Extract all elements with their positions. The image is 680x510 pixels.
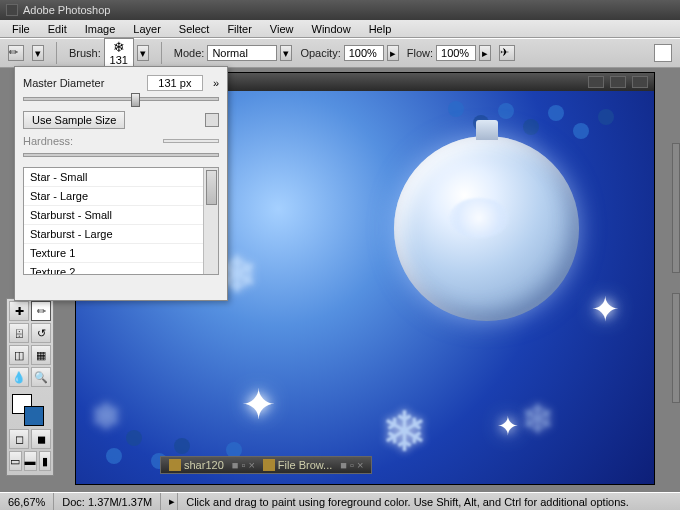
scrollbar-thumb[interactable] xyxy=(206,170,217,205)
airbrush-toggle[interactable]: ✈ xyxy=(499,45,515,61)
panel-flyout-icon[interactable]: » xyxy=(213,77,219,89)
app-icon xyxy=(6,4,18,16)
menu-view[interactable]: View xyxy=(262,21,302,37)
sparkle-decor: ✦ xyxy=(241,380,276,429)
flow-label: Flow: xyxy=(407,47,433,59)
ornament-decor xyxy=(394,136,579,321)
color-swatches[interactable] xyxy=(9,391,51,423)
menu-filter[interactable]: Filter xyxy=(219,21,259,37)
document-taskbar: shar120 ■ ▫ × File Brow... ■ ▫ × xyxy=(160,456,372,474)
close-button[interactable] xyxy=(632,76,648,88)
doc-icon xyxy=(263,459,275,471)
tool-healing[interactable]: ✚ xyxy=(9,301,29,321)
minimize-button[interactable] xyxy=(588,76,604,88)
maximize-button[interactable] xyxy=(610,76,626,88)
mode-select[interactable]: Normal xyxy=(207,45,277,61)
hardness-slider[interactable] xyxy=(23,153,219,157)
toolbox: ✚✏ ⌹↺ ◫▦ 💧🔍 ◻◼ ▭▬▮ xyxy=(6,298,54,476)
screenmode-2[interactable]: ▬ xyxy=(24,451,37,471)
tool-eraser[interactable]: ◫ xyxy=(9,345,29,365)
screenmode-3[interactable]: ▮ xyxy=(39,451,52,471)
doc-size[interactable]: Doc: 1.37M/1.37M xyxy=(54,493,161,510)
quickmask-off[interactable]: ◻ xyxy=(9,429,29,449)
tool-blur[interactable]: 💧 xyxy=(9,367,29,387)
use-sample-size-button[interactable]: Use Sample Size xyxy=(23,111,125,129)
sparkle-decor: ✦ xyxy=(591,289,619,329)
menu-layer[interactable]: Layer xyxy=(125,21,169,37)
brush-preset-thumb[interactable]: ❄ 131 xyxy=(104,38,134,68)
snowflake-decor: ❄ xyxy=(381,399,428,464)
sparkle-decor: ✦ xyxy=(497,411,519,442)
palette-dock[interactable] xyxy=(672,293,680,403)
tool-history-brush[interactable]: ↺ xyxy=(31,323,51,343)
brush-preset-list: Star - Small Star - Large Starburst - Sm… xyxy=(23,167,219,275)
options-bar: ✏ ▾ Brush: ❄ 131 ▾ Mode: Normal ▾ Opacit… xyxy=(0,38,680,68)
brush-preset-item[interactable]: Starburst - Large xyxy=(24,225,218,244)
brush-preset-item[interactable]: Star - Large xyxy=(24,187,218,206)
brush-preset-item[interactable]: Texture 1 xyxy=(24,244,218,263)
brush-tool-indicator[interactable]: ✏ xyxy=(8,45,24,61)
menu-window[interactable]: Window xyxy=(304,21,359,37)
opacity-label: Opacity: xyxy=(300,47,340,59)
menu-help[interactable]: Help xyxy=(361,21,400,37)
slider-handle[interactable] xyxy=(131,93,140,107)
brush-preset-panel: Master Diameter 131 px » Use Sample Size… xyxy=(14,66,228,301)
zoom-level[interactable]: 66,67% xyxy=(0,493,54,510)
brush-preset-item[interactable]: Texture 2 xyxy=(24,263,218,275)
menu-file[interactable]: File xyxy=(4,21,38,37)
hardness-value xyxy=(163,139,219,143)
new-preset-icon[interactable] xyxy=(205,113,219,127)
tool-brush[interactable]: ✏ xyxy=(31,301,51,321)
brush-preset-item[interactable]: Star - Small xyxy=(24,168,218,187)
status-hint: Click and drag to paint using foreground… xyxy=(178,496,680,508)
app-title: Adobe Photoshop xyxy=(23,4,110,16)
mode-dropdown[interactable]: ▾ xyxy=(280,45,292,61)
status-flyout[interactable]: ▸ xyxy=(161,493,178,510)
app-titlebar: Adobe Photoshop xyxy=(0,0,680,20)
background-swatch[interactable] xyxy=(24,406,44,426)
menu-select[interactable]: Select xyxy=(171,21,218,37)
doc-icon xyxy=(169,459,181,471)
task-item[interactable]: shar120 xyxy=(169,459,224,471)
palette-dock[interactable] xyxy=(672,143,680,273)
opacity-flyout[interactable]: ▸ xyxy=(387,45,399,61)
list-scrollbar[interactable] xyxy=(203,168,218,274)
master-diameter-value[interactable]: 131 px xyxy=(147,75,203,91)
snowflake-decor: ❄ xyxy=(521,396,555,442)
brush-label: Brush: xyxy=(69,47,101,59)
task-item[interactable]: File Brow... xyxy=(263,459,332,471)
tool-stamp[interactable]: ⌹ xyxy=(9,323,29,343)
statusbar: 66,67% Doc: 1.37M/1.37M ▸ Click and drag… xyxy=(0,492,680,510)
tool-dodge[interactable]: 🔍 xyxy=(31,367,51,387)
flow-input[interactable]: 100% xyxy=(436,45,476,61)
master-diameter-label: Master Diameter xyxy=(23,77,104,89)
brush-dropdown[interactable]: ▾ xyxy=(137,45,149,61)
file-browser-icon[interactable] xyxy=(654,44,672,62)
quickmask-on[interactable]: ◼ xyxy=(31,429,51,449)
snowflake-icon: ❄ xyxy=(113,40,125,54)
menu-edit[interactable]: Edit xyxy=(40,21,75,37)
snowflake-decor: ❄ xyxy=(91,396,121,438)
tool-gradient[interactable]: ▦ xyxy=(31,345,51,365)
diameter-slider[interactable] xyxy=(23,97,219,101)
screenmode-1[interactable]: ▭ xyxy=(9,451,22,471)
hardness-label: Hardness: xyxy=(23,135,73,147)
mode-label: Mode: xyxy=(174,47,205,59)
brush-preset-item[interactable]: Starburst - Small xyxy=(24,206,218,225)
menubar: File Edit Image Layer Select Filter View… xyxy=(0,20,680,38)
flow-flyout[interactable]: ▸ xyxy=(479,45,491,61)
menu-image[interactable]: Image xyxy=(77,21,124,37)
opacity-input[interactable]: 100% xyxy=(344,45,384,61)
brush-size-value: 131 xyxy=(110,54,128,66)
tool-preset-dropdown[interactable]: ▾ xyxy=(32,45,44,61)
